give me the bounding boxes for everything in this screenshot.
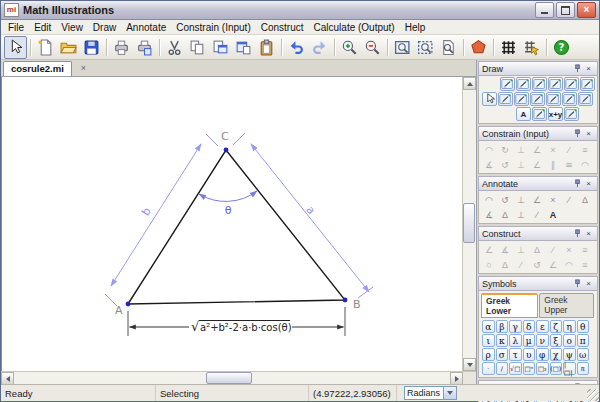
greek-letter-ν[interactable]: ν bbox=[536, 334, 549, 347]
section-close-button[interactable]: × bbox=[583, 229, 594, 239]
annotate-tool-area[interactable]: Δ bbox=[577, 192, 593, 207]
greek-letter-ρ[interactable]: ρ bbox=[482, 348, 495, 361]
greek-letter-θ[interactable]: θ bbox=[577, 320, 590, 333]
annotate-tool-angle[interactable]: ⊥ bbox=[513, 192, 529, 207]
math-operator-key[interactable]: □₂ bbox=[536, 362, 549, 375]
constrain-tool-ratio[interactable]: ∡ bbox=[481, 157, 497, 172]
annotate-tool-parallel-marks[interactable]: ∕ bbox=[529, 207, 545, 222]
annotate-tool-length[interactable]: ◠ bbox=[481, 192, 497, 207]
pin-icon[interactable] bbox=[572, 279, 583, 289]
construct-tool-parallel-line[interactable]: ∕ bbox=[545, 242, 561, 257]
menu-construct[interactable]: Construct bbox=[256, 21, 309, 34]
formula-expression[interactable]: a²+b²-2·a·b·cos(θ) bbox=[200, 322, 292, 333]
constrain-tool-tangent[interactable]: ≅ bbox=[561, 157, 577, 172]
horizontal-scrollbar[interactable] bbox=[1, 371, 463, 384]
tab-cosrule2[interactable]: cosrule2.mi bbox=[3, 61, 72, 76]
constrain-tool-horizontal[interactable]: ⊥ bbox=[513, 157, 529, 172]
draw-tool-symbol[interactable] bbox=[532, 107, 547, 121]
greek-letter-γ[interactable]: γ bbox=[509, 320, 522, 333]
draw-tool-ray[interactable] bbox=[548, 77, 563, 91]
constrain-tool-right-angle[interactable]: ∠ bbox=[529, 142, 545, 157]
draw-tool-line[interactable] bbox=[532, 77, 547, 91]
construct-tool-arc[interactable]: ↺ bbox=[529, 257, 545, 272]
greek-letter-ε[interactable]: ε bbox=[536, 320, 549, 333]
constrain-tool-rotation[interactable]: ↺ bbox=[497, 157, 513, 172]
units-dropdown[interactable]: Radians bbox=[404, 386, 457, 400]
print-button[interactable] bbox=[110, 36, 133, 59]
pin-icon[interactable] bbox=[572, 179, 583, 189]
math-operator-key[interactable]: |□| bbox=[563, 362, 576, 375]
select-button[interactable] bbox=[4, 36, 27, 59]
construct-tool-perpendicular-bisector[interactable]: ∡ bbox=[497, 242, 513, 257]
greek-letter-ξ[interactable]: ξ bbox=[550, 334, 563, 347]
vertex-point-b[interactable] bbox=[343, 298, 348, 303]
constrain-tool-perpendicular[interactable]: × bbox=[545, 142, 561, 157]
draw-tool-arc[interactable] bbox=[514, 92, 529, 106]
scroll-up-button[interactable] bbox=[463, 77, 476, 90]
paste-button[interactable] bbox=[255, 36, 278, 59]
draw-tool-conic[interactable] bbox=[530, 92, 545, 106]
annotate-tool-text-style[interactable]: A bbox=[545, 207, 561, 222]
vertical-scroll-track[interactable] bbox=[463, 90, 476, 358]
zoom-out-button[interactable] bbox=[361, 36, 384, 59]
copy-view-button[interactable] bbox=[209, 36, 232, 59]
constrain-tool-parallel[interactable]: ∕ bbox=[561, 142, 577, 157]
construct-tool-translation[interactable]: ≡ bbox=[577, 257, 593, 272]
snap-button[interactable] bbox=[520, 36, 543, 59]
draw-tool-circle[interactable] bbox=[580, 77, 595, 91]
greek-letter-ω[interactable]: ω bbox=[577, 348, 590, 361]
draw-tool-polygon[interactable] bbox=[564, 77, 579, 91]
math-operator-key[interactable]: ∕ bbox=[496, 362, 509, 375]
annotate-tool-coordinates[interactable]: Δ bbox=[497, 207, 513, 222]
construct-tool-angle-bisector[interactable]: ∠ bbox=[481, 242, 497, 257]
menu-annotate[interactable]: Annotate bbox=[121, 21, 171, 34]
zoom-in-button[interactable] bbox=[338, 36, 361, 59]
greek-letter-ζ[interactable]: ζ bbox=[550, 320, 563, 333]
constrain-tool-coincident[interactable]: ◠ bbox=[577, 157, 593, 172]
stop-button[interactable] bbox=[467, 36, 490, 59]
section-close-button[interactable]: × bbox=[583, 179, 594, 189]
horizontal-scroll-thumb[interactable] bbox=[206, 372, 252, 384]
draw-tool-expression[interactable]: x+y bbox=[548, 107, 563, 121]
vertex-point-a[interactable] bbox=[126, 302, 131, 307]
zoom-page-button[interactable] bbox=[437, 36, 460, 59]
annotate-tool-slope[interactable]: ∠ bbox=[529, 192, 545, 207]
menu-calculate-output[interactable]: Calculate (Output) bbox=[309, 21, 400, 34]
math-operator-key[interactable]: √□ bbox=[509, 362, 522, 375]
greek-letter-δ[interactable]: δ bbox=[523, 320, 536, 333]
vertex-label-a[interactable]: A bbox=[115, 304, 123, 317]
annotate-tool-perpendicular[interactable]: × bbox=[545, 192, 561, 207]
constrain-tool-radius[interactable]: ↻ bbox=[497, 142, 513, 157]
construct-tool-rotation[interactable]: ◠ bbox=[561, 257, 577, 272]
draw-tool-select[interactable] bbox=[482, 92, 497, 106]
greek-letter-μ[interactable]: μ bbox=[523, 334, 536, 347]
greek-letter-φ[interactable]: φ bbox=[536, 348, 549, 361]
scroll-down-button[interactable] bbox=[463, 358, 476, 371]
vertical-scrollbar[interactable] bbox=[462, 77, 476, 371]
greek-letter-π[interactable]: π bbox=[577, 334, 590, 347]
greek-letter-κ[interactable]: κ bbox=[496, 334, 509, 347]
draw-tool-curve[interactable] bbox=[546, 92, 561, 106]
constrain-tool-angle[interactable]: ⊥ bbox=[513, 142, 529, 157]
zoom-extents-button[interactable] bbox=[414, 36, 437, 59]
grid-button[interactable] bbox=[497, 36, 520, 59]
greek-letter-υ[interactable]: υ bbox=[523, 348, 536, 361]
greek-letter-β[interactable]: β bbox=[496, 320, 509, 333]
construct-tool-perpendicular-line[interactable]: Δ bbox=[529, 242, 545, 257]
symbols-tab-greek-lower[interactable]: Greek Lower bbox=[481, 293, 538, 318]
annotate-tool-gradient[interactable]: ∡ bbox=[481, 207, 497, 222]
constrain-tool-equal[interactable]: ≡ bbox=[577, 142, 593, 157]
minimize-button[interactable] bbox=[535, 2, 554, 18]
math-operator-key[interactable]: π bbox=[577, 362, 590, 375]
construct-tool-midpoint[interactable]: ⊥ bbox=[513, 242, 529, 257]
angle-arc[interactable] bbox=[199, 191, 257, 201]
menu-view[interactable]: View bbox=[56, 21, 88, 34]
greek-letter-τ[interactable]: τ bbox=[509, 348, 522, 361]
maximize-button[interactable] bbox=[556, 2, 575, 18]
angle-label-theta[interactable]: θ bbox=[225, 204, 232, 217]
vertex-label-b[interactable]: B bbox=[353, 298, 361, 311]
construct-tool-tangent[interactable]: ≡ bbox=[577, 242, 593, 257]
menu-file[interactable]: File bbox=[3, 21, 29, 34]
pin-icon[interactable] bbox=[572, 129, 583, 139]
construct-tool-reflection[interactable]: ∠ bbox=[545, 257, 561, 272]
